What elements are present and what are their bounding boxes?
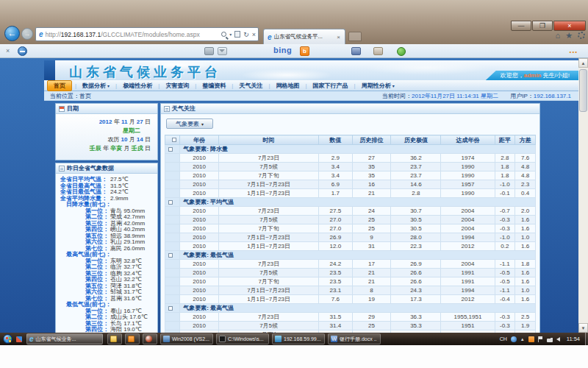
- compatibility-view-icon[interactable]: [234, 31, 240, 38]
- search-icon[interactable]: [221, 32, 226, 37]
- vm-icon: [163, 336, 170, 342]
- column-header[interactable]: 年份: [180, 135, 219, 145]
- quick-launch-icon[interactable]: [16, 336, 22, 342]
- close-button[interactable]: ×: [553, 21, 586, 31]
- scroll-up-arrow[interactable]: ▲: [578, 58, 588, 68]
- checkbox-icon[interactable]: [168, 306, 173, 311]
- tab-close-icon[interactable]: ×: [335, 34, 342, 40]
- minimize-button[interactable]: —: [511, 21, 531, 31]
- group-checkbox-cell[interactable]: [165, 198, 180, 207]
- checkbox-icon[interactable]: [172, 138, 176, 142]
- system-tray: CH ▲ 11:54: [500, 333, 584, 345]
- language-indicator[interactable]: CH: [500, 336, 507, 342]
- table-cell: 2010: [180, 224, 219, 233]
- table-row: 20107月23日31.52936.31955,1951-0.32.5: [165, 313, 536, 322]
- column-header[interactable]: 数值: [319, 135, 352, 145]
- nav-item-首页[interactable]: 首页: [47, 80, 72, 91]
- tools-icon[interactable]: [373, 47, 383, 55]
- start-button[interactable]: [3, 334, 12, 344]
- column-header[interactable]: 历史排位: [352, 135, 391, 145]
- maximize-button[interactable]: ❐: [532, 21, 553, 31]
- table-cell: 30.5: [391, 224, 441, 233]
- taskbar-app-orange-button[interactable]: [125, 333, 140, 344]
- tray-orange-icon[interactable]: [528, 336, 534, 342]
- checkbox-icon[interactable]: [168, 147, 173, 152]
- table-row: 20101月1日~7月23日7.61917.32012-0.41.6: [165, 295, 536, 304]
- nav-item-整编资料[interactable]: 整编资料: [196, 81, 232, 91]
- nav-item-极端性分析[interactable]: 极端性分析: [117, 81, 158, 91]
- taskbar-window-button[interactable]: 192.168.59.99...: [272, 333, 325, 344]
- table-cell: 30.7: [391, 207, 441, 216]
- table-cell: 27: [352, 154, 391, 163]
- table-cell: 2010: [180, 154, 219, 163]
- blocked-circle-icon[interactable]: [18, 46, 27, 56]
- home-icon[interactable]: ⌂: [555, 31, 560, 40]
- checkbox-icon[interactable]: [168, 200, 173, 205]
- gear-icon[interactable]: [578, 32, 585, 39]
- calendar-panel-title: 日期: [67, 105, 79, 113]
- table-cell: -0.3: [495, 313, 515, 322]
- address-bar[interactable]: e http://192.168.137.1/GLCCLIMATE/module…: [35, 27, 259, 41]
- taskbar-window-button[interactable]: Win2008 (VS2...: [160, 333, 213, 344]
- back-button[interactable]: ←: [4, 26, 20, 41]
- overflow-dots-icon[interactable]: •••: [570, 49, 578, 55]
- tray-app-icon[interactable]: [511, 336, 517, 342]
- card-reader-icon[interactable]: [204, 47, 214, 55]
- nav-item-灾害查询[interactable]: 灾害查询: [159, 81, 195, 91]
- checkbox-icon[interactable]: [168, 253, 173, 258]
- table-row: 20107月23日27.52430.72004-0.72.0: [165, 207, 536, 216]
- table-cell: 24: [352, 207, 391, 216]
- favorites-star-icon[interactable]: ★: [565, 31, 573, 40]
- camera-icon[interactable]: [351, 47, 361, 55]
- nav-item-国家下行产品[interactable]: 国家下行产品: [307, 81, 354, 91]
- group-checkbox-cell[interactable]: [165, 304, 180, 313]
- tray-expand-icon[interactable]: ▲: [520, 337, 525, 342]
- bing-logo[interactable]: bing: [273, 46, 292, 54]
- vertical-scrollbar[interactable]: ▲ ▼: [578, 58, 588, 333]
- table-cell: 16: [352, 180, 391, 189]
- column-header[interactable]: 历史极值: [391, 135, 441, 145]
- table-cell: 7.6: [319, 295, 352, 304]
- taskbar-window-button[interactable]: C:\Windows\s...: [216, 333, 269, 344]
- autocomplete-caret-icon[interactable]: ▾: [229, 32, 232, 37]
- nav-item-周期性分析[interactable]: 周期性分析▾: [356, 81, 401, 91]
- column-header[interactable]: 距平: [495, 135, 515, 145]
- nav-item-天气关注[interactable]: 天气关注: [233, 81, 268, 91]
- scroll-down-arrow[interactable]: ▼: [578, 323, 588, 333]
- new-tab-button[interactable]: [348, 32, 362, 41]
- stop-button[interactable]: ×: [252, 31, 256, 38]
- header-checkbox-cell[interactable]: [165, 135, 180, 145]
- mail-icon[interactable]: [218, 47, 227, 55]
- taskbar-folder-button[interactable]: [107, 333, 122, 344]
- nav-item-网格地图[interactable]: 网格地图: [270, 81, 305, 91]
- table-cell: 21: [352, 189, 391, 198]
- group-checkbox-cell[interactable]: [165, 145, 180, 154]
- bing-badge-icon[interactable]: b: [300, 46, 309, 56]
- table-cell: 7月1日~7月23日: [219, 286, 319, 295]
- taskbar-window-active[interactable]: e 山东省气候业务...: [26, 333, 103, 344]
- column-header[interactable]: 方差: [515, 135, 536, 145]
- refresh-button[interactable]: ↻: [243, 31, 249, 38]
- column-header[interactable]: 达成年份: [441, 135, 495, 145]
- scrollbar-thumb[interactable]: [579, 69, 587, 112]
- table-cell: 7月下旬: [219, 171, 319, 180]
- browser-tab[interactable]: e 山东省气候业务平... ×: [263, 29, 345, 44]
- column-header[interactable]: 时间: [219, 135, 319, 145]
- speaker-icon[interactable]: [556, 337, 560, 342]
- group-checkbox-cell[interactable]: [165, 251, 180, 260]
- taskbar-clock[interactable]: 11:54: [567, 336, 580, 342]
- forward-button[interactable]: →: [21, 28, 33, 40]
- element-dropdown-button[interactable]: 气象要素▾: [166, 118, 213, 129]
- show-desktop-button[interactable]: [585, 333, 588, 345]
- action-center-flag-icon[interactable]: [538, 336, 543, 342]
- url-text[interactable]: http://192.168.137.1/GLCCLIMATE/modules/…: [46, 31, 219, 38]
- taskbar-window-button[interactable]: W银行手册.docx ..: [328, 333, 381, 344]
- table-cell: 7月下旬: [219, 224, 319, 233]
- table-cell: 7月1日~7月23日: [219, 180, 319, 189]
- close-pane-icon[interactable]: ×: [6, 47, 10, 54]
- share-globe-icon[interactable]: [397, 47, 406, 56]
- nav-item-数据分析[interactable]: 数据分析▾: [76, 81, 115, 91]
- taskbar-media-button[interactable]: [143, 333, 157, 344]
- table-cell: 1.6: [515, 216, 536, 224]
- table-cell: 7月下旬: [219, 277, 319, 286]
